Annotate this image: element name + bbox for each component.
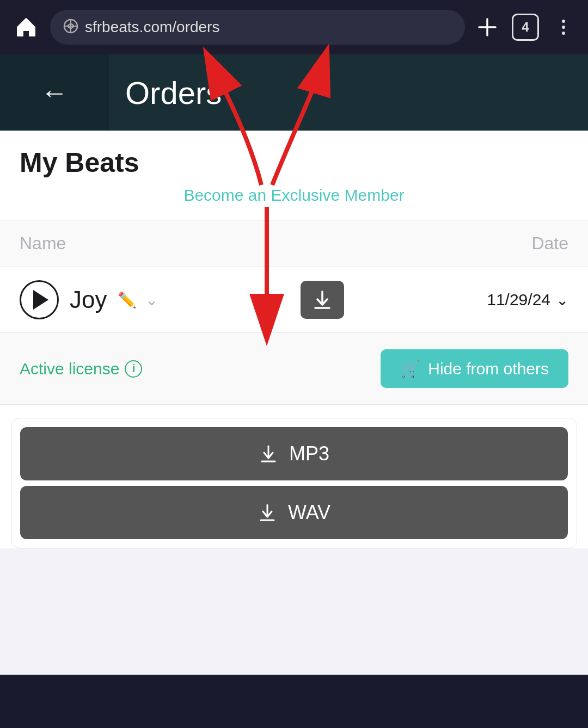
date-expand-icon[interactable]: ⌄ (556, 291, 568, 309)
active-license-text: Active license (20, 360, 119, 378)
beat-expanded-section: Active license i 🛒 Hide from others (0, 333, 588, 405)
download-options-card: MP3 WAV (11, 418, 577, 548)
beat-date: 11/29/24 ⌄ (487, 291, 568, 309)
main-content: My Beats Become an Exclusive Member Name… (0, 131, 588, 675)
column-name-header: Name (20, 233, 66, 254)
exclusive-member-link[interactable]: Become an Exclusive Member (20, 182, 568, 209)
info-icon[interactable]: i (125, 360, 142, 378)
browser-actions: 4 (474, 14, 577, 41)
beat-name-area: Joy ✏️ ⌄ (70, 286, 158, 313)
more-options-button[interactable] (550, 14, 577, 41)
back-arrow-icon: ← (41, 77, 68, 108)
download-button[interactable] (301, 281, 344, 319)
dot-1 (562, 20, 565, 23)
mp3-label: MP3 (289, 442, 329, 465)
active-license-label: Active license i (20, 360, 142, 378)
home-button[interactable] (11, 12, 41, 42)
dot-3 (562, 32, 565, 35)
cart-icon: 🛒 (400, 359, 420, 378)
wav-download-button[interactable]: WAV (20, 486, 568, 539)
chevron-down-icon[interactable]: ⌄ (145, 291, 158, 309)
dot-2 (562, 26, 565, 29)
page-title: Orders (109, 75, 222, 111)
back-button[interactable]: ← (0, 54, 109, 131)
date-value: 11/29/24 (487, 291, 550, 309)
table-header: Name Date (0, 220, 588, 267)
beat-row: Joy ✏️ ⌄ 11/29/24 ⌄ (0, 267, 588, 333)
browser-bar: sfrbeats.com/orders 4 (0, 0, 588, 54)
tab-count-badge[interactable]: 4 (512, 14, 539, 41)
play-icon (33, 290, 48, 310)
beat-name: Joy (70, 286, 107, 313)
site-info-icon (63, 18, 78, 36)
mp3-download-button[interactable]: MP3 (20, 427, 568, 480)
url-text: sfrbeats.com/orders (85, 18, 452, 36)
page-header: ← Orders (0, 54, 588, 131)
hide-from-others-button[interactable]: 🛒 Hide from others (381, 349, 568, 388)
hide-button-label: Hide from others (428, 360, 549, 378)
beats-header: My Beats Become an Exclusive Member (0, 131, 588, 220)
license-row: Active license i 🛒 Hide from others (20, 349, 568, 388)
url-bar[interactable]: sfrbeats.com/orders (50, 10, 465, 45)
new-tab-button[interactable] (474, 14, 501, 41)
beat-actions (169, 281, 476, 319)
column-date-header: Date (531, 233, 568, 254)
beats-card: My Beats Become an Exclusive Member Name… (0, 131, 588, 548)
edit-icon[interactable]: ✏️ (118, 291, 137, 309)
wav-label: WAV (288, 501, 330, 524)
play-button[interactable] (20, 280, 59, 319)
beats-title: My Beats (20, 147, 568, 178)
